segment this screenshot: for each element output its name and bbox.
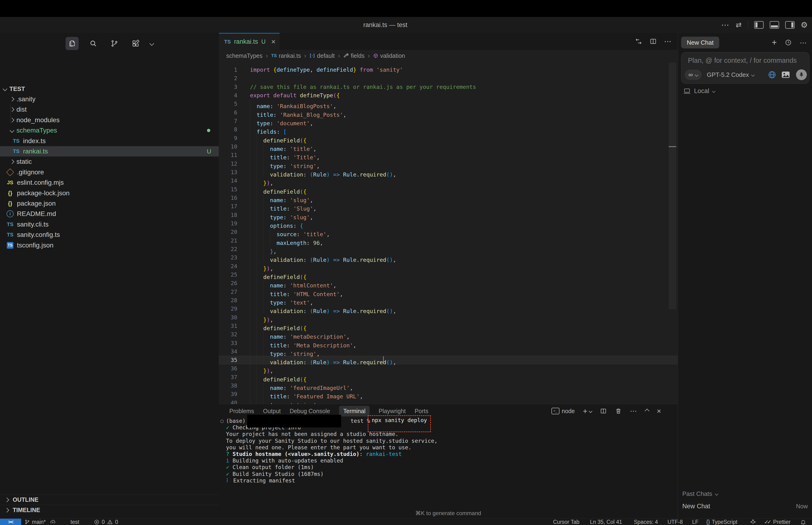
code-line-28[interactable]: 28type: 'text', — [219, 296, 678, 304]
code-line-21[interactable]: 21maxLength: 96, — [219, 236, 678, 245]
microphone-icon[interactable] — [796, 69, 807, 80]
formatter-item[interactable]: ✓✓ Prettier — [764, 519, 791, 525]
tree-item-schematypes[interactable]: schemaTypes — [0, 125, 219, 136]
panel-tab-debug-console[interactable]: Debug Console — [290, 408, 330, 415]
kill-terminal-trash-icon[interactable] — [615, 407, 622, 415]
indentation-item[interactable]: Spaces: 4 — [634, 519, 658, 525]
code-line-17[interactable]: 17title: 'Slug', — [219, 202, 678, 211]
code-line-20[interactable]: 20source: 'title', — [219, 228, 678, 236]
cursor-tab-item[interactable]: Cursor Tab — [553, 519, 579, 525]
toggle-secondary-sidebar-icon[interactable] — [785, 21, 795, 29]
tree-item-node-modules[interactable]: node_modules — [0, 115, 219, 125]
toggle-panel-icon[interactable] — [770, 21, 779, 29]
tree-item-package-json[interactable]: {}package.json — [0, 198, 219, 209]
new-terminal-button[interactable]: + — [583, 407, 592, 416]
code-line-1[interactable]: 1import {defineType, defineField} from '… — [219, 65, 678, 74]
workspace-root[interactable]: TEST — [0, 84, 219, 94]
tree-item-static[interactable]: static — [0, 156, 219, 167]
search-icon[interactable] — [87, 37, 100, 50]
eol-item[interactable]: LF — [692, 519, 699, 525]
project-status-item[interactable]: test — [71, 519, 79, 525]
problems-item[interactable]: 0 0 — [94, 519, 118, 525]
code-line-19[interactable]: 19options: { — [219, 219, 678, 228]
code-line-13[interactable]: 13validation: (Rule) => Rule.required(), — [219, 168, 678, 177]
explorer-files-icon[interactable] — [65, 37, 79, 50]
web-globe-icon[interactable] — [768, 71, 776, 79]
history-clock-icon[interactable] — [785, 39, 792, 46]
code-line-2[interactable]: 2 — [219, 74, 678, 82]
code-line-15[interactable]: 15defineField({ — [219, 185, 678, 194]
code-line-34[interactable]: 34type: 'string', — [219, 347, 678, 356]
panel-tab-ports[interactable]: Ports — [415, 408, 428, 415]
tree-item--sanity[interactable]: .sanity — [0, 94, 219, 104]
cursor-position-item[interactable]: Ln 35, Col 41 — [590, 519, 622, 525]
settings-gear-icon[interactable]: ⚙ — [801, 21, 808, 29]
language-mode-item[interactable]: {} TypeScript — [706, 519, 737, 525]
code-line-38[interactable]: 38name: 'featuredImageUrl', — [219, 381, 678, 390]
code-line-37[interactable]: 37defineField({ — [219, 373, 678, 381]
code-line-18[interactable]: 18type: 'slug', — [219, 211, 678, 219]
code-line-11[interactable]: 11title: 'Title', — [219, 151, 678, 159]
code-line-25[interactable]: 25defineField({ — [219, 270, 678, 279]
code-line-35[interactable]: 35validation: (Rule) => Rule.required(), — [219, 356, 678, 364]
code-line-6[interactable]: 6title: 'Rankai_Blog_Posts', — [219, 108, 678, 117]
code-line-29[interactable]: 29validation: (Rule) => Rule.required(), — [219, 304, 678, 313]
panel-tab-problems[interactable]: Problems — [229, 408, 254, 415]
code-line-16[interactable]: 16name: 'slug', — [219, 194, 678, 202]
code-line-31[interactable]: 31defineField({ — [219, 322, 678, 330]
outline-section[interactable]: OUTLINE — [0, 494, 219, 505]
split-terminal-icon[interactable] — [600, 407, 607, 415]
swap-arrows-icon[interactable]: ⇄ — [736, 21, 741, 28]
environment-selector[interactable]: Local — [683, 87, 715, 95]
remote-indicator[interactable]: >< — [0, 519, 21, 525]
code-line-5[interactable]: 5name: 'RankaiBlogPosts', — [219, 100, 678, 108]
code-line-40[interactable]: 40type: 'string', — [219, 399, 678, 404]
tab-rankai-ts[interactable]: TS rankai.ts U × — [219, 33, 280, 50]
code-line-10[interactable]: 10name: 'title', — [219, 142, 678, 151]
split-editor-icon[interactable] — [649, 38, 657, 45]
breadcrumb-item-rankai.ts[interactable]: TSrankai.ts — [271, 52, 301, 59]
tree-item-dist[interactable]: dist — [0, 104, 219, 115]
open-changes-icon[interactable] — [635, 38, 642, 45]
code-line-39[interactable]: 39title: 'Featured Image URL', — [219, 390, 678, 398]
tree-item-sanity-cli-ts[interactable]: TSsanity.cli.ts — [0, 219, 219, 229]
past-chat-item[interactable]: New Chat Now — [682, 501, 808, 511]
maximize-panel-icon[interactable] — [645, 409, 649, 414]
tree-item-rankai-ts[interactable]: TSrankai.tsU — [0, 146, 219, 156]
code-editor[interactable]: 1import {defineType, defineField} from '… — [219, 62, 678, 404]
add-chat-icon[interactable]: + — [772, 38, 777, 47]
code-line-7[interactable]: 7type: 'document', — [219, 117, 678, 125]
model-selector[interactable]: GPT-5.2 Codex — [707, 71, 754, 78]
more-actions-icon[interactable]: ⋯ — [664, 38, 672, 45]
terminal[interactable]: ○ (base) test % npx sanity deploy ✓ Chec… — [219, 418, 675, 484]
code-line-9[interactable]: 9defineField({ — [219, 134, 678, 142]
mode-selector[interactable]: ∞ — [685, 70, 702, 80]
tree-item-index-ts[interactable]: TSindex.ts — [0, 136, 219, 146]
panel-tab-output[interactable]: Output — [263, 408, 281, 415]
more-actions-icon[interactable]: ⋯ — [800, 39, 807, 47]
close-panel-icon[interactable]: × — [657, 407, 661, 416]
breadcrumb-item-validation[interactable]: validation — [373, 52, 405, 59]
notifications-item[interactable] — [800, 519, 806, 525]
tree-item-package-lock-json[interactable]: {}package-lock.json — [0, 188, 219, 198]
timeline-section[interactable]: TIMELINE — [0, 505, 219, 515]
tree-item-sanity-config-ts[interactable]: TSsanity.config.ts — [0, 229, 219, 240]
breadcrumb-item-fields[interactable]: fields — [343, 52, 364, 59]
more-actions-icon[interactable]: ⋯ — [721, 21, 730, 29]
panel-tab-terminal[interactable]: Terminal — [339, 406, 370, 417]
new-chat-tab[interactable]: New Chat — [681, 37, 719, 48]
extensions-icon[interactable] — [129, 37, 142, 50]
code-line-23[interactable]: 23validation: (Rule) => Rule.required(), — [219, 253, 678, 262]
editor-scrollbar[interactable] — [669, 62, 676, 309]
image-attach-icon[interactable] — [781, 71, 790, 78]
toggle-primary-sidebar-icon[interactable] — [754, 21, 764, 29]
more-actions-icon[interactable]: ⋯ — [630, 407, 638, 415]
code-line-33[interactable]: 33title: 'Meta Description', — [219, 339, 678, 347]
code-line-32[interactable]: 32name: 'metaDescription', — [219, 330, 678, 339]
code-line-3[interactable]: 3// save this file as rankai.ts or ranka… — [219, 83, 678, 91]
encoding-item[interactable]: UTF-8 — [668, 519, 683, 525]
git-branch-item[interactable]: main* — [25, 519, 56, 525]
dependencies-item[interactable] — [750, 519, 756, 525]
chat-input-box[interactable]: Plan, @ for context, / for commands ∞ GP… — [681, 52, 809, 84]
past-chats-header[interactable]: Past Chats — [682, 490, 718, 497]
